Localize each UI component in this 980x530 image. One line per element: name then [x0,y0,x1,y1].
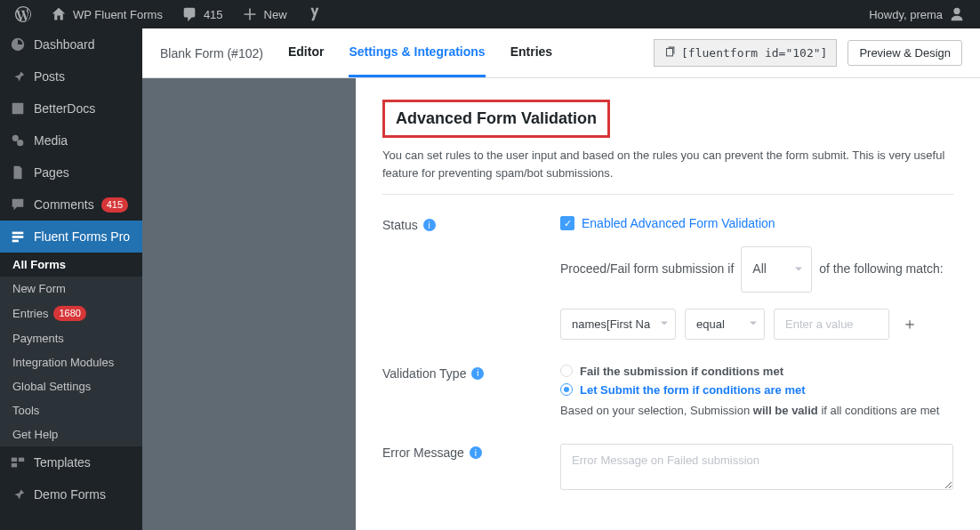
menu-pages[interactable]: Pages [0,157,142,189]
submenu-get-help[interactable]: Get Help [0,422,142,446]
menu-label: Demo Forms [34,487,106,502]
menu-dashboard[interactable]: Dashboard [0,28,142,60]
radio-pass[interactable]: Let Submit the form if conditions are me… [560,383,953,397]
site-name-text: WP Fluent Forms [73,8,163,21]
shortcode-box[interactable]: [fluentform id="102"] [654,39,837,67]
info-icon[interactable]: i [471,367,484,380]
menu-fluent-forms[interactable]: Fluent Forms Pro [0,221,142,253]
settings-left-panel [142,78,356,530]
sentence-post: of the following match: [819,254,943,285]
condition-field-select[interactable]: names[First Na [560,309,676,340]
sentence-pre: Proceed/Fail form submission if [560,254,734,285]
form-icon [9,228,27,245]
add-condition-button[interactable]: ＋ [898,309,921,338]
yoast-item[interactable] [298,0,330,28]
submenu-entries[interactable]: Entries1680 [0,301,142,326]
pin-icon [9,486,27,503]
tab-settings[interactable]: Settings & Integrations [349,28,485,77]
svg-rect-4 [12,240,19,243]
preview-design-button[interactable]: Preview & Design [847,40,962,66]
svg-rect-1 [12,103,24,115]
validation-note: Based on your selection, Submission will… [560,402,953,420]
menu-label: Templates [34,455,91,470]
howdy-text: Howdy, prema [869,8,943,21]
menu-label: Posts [34,69,65,84]
new-content[interactable]: New [234,0,294,28]
menu-label: Media [34,133,68,148]
section-title: Advanced Form Validation [382,100,610,138]
submenu-payments[interactable]: Payments [0,326,142,350]
form-name: Blank Form (#102) [160,46,263,60]
yoast-icon [305,5,323,23]
menu-label: Pages [34,165,69,180]
menu-label: Dashboard [34,37,95,52]
menu-label: Comments [34,197,94,212]
fluent-submenu: All Forms New Form Entries1680 Payments … [0,253,142,446]
submenu-global-settings[interactable]: Global Settings [0,374,142,398]
radio-fail[interactable]: Fail the submission if conditions met [560,365,953,378]
submenu-integration[interactable]: Integration Modules [0,350,142,374]
radio-icon [560,383,573,396]
tab-editor[interactable]: Editor [288,28,324,77]
media-icon [9,132,27,149]
enabled-checkbox-label[interactable]: Enabled Advanced Form Validation [582,216,775,230]
validation-type-label: Validation Typei [382,365,560,381]
error-message-label: Error Messagei [382,444,560,460]
info-icon[interactable]: i [423,219,436,231]
site-name[interactable]: WP Fluent Forms [43,0,170,28]
svg-rect-3 [12,236,24,238]
submenu-all-forms[interactable]: All Forms [0,253,142,277]
wp-logo[interactable] [7,0,39,28]
pin-icon [9,68,27,85]
docs-icon [9,100,27,117]
menu-media[interactable]: Media [0,124,142,157]
info-icon[interactable]: i [470,446,482,459]
svg-point-0 [953,8,960,14]
comments-badge: 415 [101,197,128,213]
submenu-new-form[interactable]: New Form [0,277,142,301]
svg-rect-7 [12,463,17,468]
section-description: You can set rules to the user input and … [382,147,953,195]
form-topbar: Blank Form (#102) Editor Settings & Inte… [142,28,980,78]
entries-badge: 1680 [53,306,85,321]
submenu-tools[interactable]: Tools [0,398,142,422]
new-label: New [264,8,287,21]
templates-icon [9,454,27,471]
comments-count: 415 [204,8,223,21]
svg-rect-5 [12,458,17,462]
svg-rect-6 [19,458,24,462]
enabled-checkbox[interactable]: ✓ [560,216,574,230]
status-label: Statusi [382,216,560,232]
home-icon [50,5,68,23]
user-account[interactable]: Howdy, prema [862,0,973,28]
error-message-textarea[interactable] [560,444,953,490]
match-all-select[interactable]: All [741,246,812,293]
page-icon [9,164,27,181]
settings-right-panel: Advanced Form Validation You can set rul… [356,78,980,530]
dashboard-icon [9,36,27,53]
copy-icon [663,45,676,60]
menu-comments[interactable]: Comments415 [0,189,142,221]
comment-icon [9,196,27,213]
menu-posts[interactable]: Posts [0,60,142,92]
menu-demo-forms[interactable]: Demo Forms [0,478,142,510]
svg-rect-8 [667,49,673,56]
menu-label: Fluent Forms Pro [34,229,130,244]
comments-bubble[interactable]: 415 [173,0,230,28]
svg-rect-2 [12,232,24,235]
menu-label: BetterDocs [34,101,95,116]
admin-sidebar: Dashboard Posts BetterDocs Media Pages C… [0,28,142,530]
user-icon [948,5,966,23]
tab-entries[interactable]: Entries [510,28,552,77]
wordpress-icon [14,5,32,23]
condition-value-input[interactable] [774,309,889,340]
shortcode-text: [fluentform id="102"] [681,46,827,60]
radio-icon [560,365,573,377]
menu-betterdocs[interactable]: BetterDocs [0,92,142,124]
condition-operator-select[interactable]: equal [685,309,765,340]
comment-icon [181,5,198,23]
menu-templates[interactable]: Templates [0,446,142,478]
plus-icon [241,5,259,23]
